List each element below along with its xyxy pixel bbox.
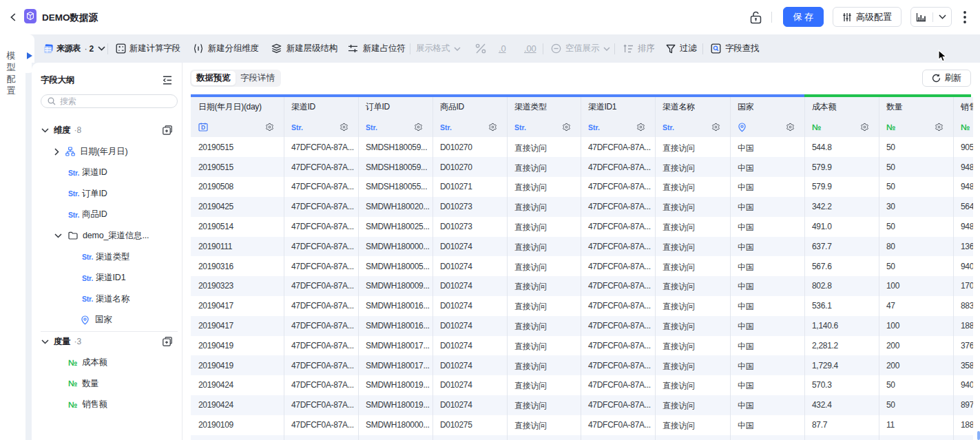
svg-text:D: D [201,124,205,131]
